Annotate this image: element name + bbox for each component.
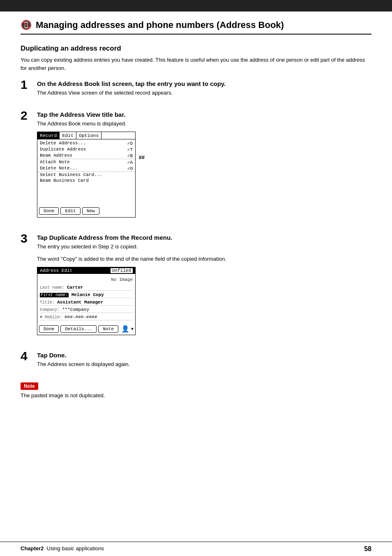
intro-text: You can copy existing address entries yo… <box>21 56 371 72</box>
footer-chapter-text: Chapter2 Using basic applications <box>21 545 104 553</box>
address-note-button[interactable]: Note <box>98 325 118 333</box>
step-2-title: Tap the Address View title bar. <box>37 111 371 118</box>
note-text: The pasted image is not duplicated. <box>21 392 371 398</box>
step-4-desc: The Address screen is displayed again. <box>37 360 371 368</box>
step-2-desc: The Address Book menu is displayed. <box>37 120 371 128</box>
menu-title-bar: Record Edit Options <box>37 132 135 139</box>
first-name-field: First name: Melanie Copy <box>40 292 133 298</box>
person-icon: 👤 <box>121 325 129 333</box>
unfiled-label: Unfiled <box>111 268 133 273</box>
step-2-content: Tap the Address View title bar. The Addr… <box>37 111 371 225</box>
menu-screenshot: Record Edit Options Delete Address... ✓D… <box>37 132 136 218</box>
step-2: 2 Tap the Address View title bar. The Ad… <box>21 111 371 225</box>
new-button[interactable]: New <box>82 207 99 215</box>
page-footer: Chapter2 Using basic applications 58 <box>0 542 392 556</box>
page-title: Managing addresses and phone numbers (Ad… <box>36 20 284 30</box>
top-bar <box>0 0 392 12</box>
address-done-button[interactable]: Done <box>39 325 59 333</box>
step-3: 3 Tap Duplicate Address from the Record … <box>21 234 371 342</box>
step-1-desc: The Address View screen of the selected … <box>37 89 371 97</box>
menu-record: Record <box>37 132 60 139</box>
note-badge: Note <box>21 382 38 390</box>
menu-item-delete-address: Delete Address... ✓D <box>37 140 135 146</box>
step-3-number: 3 <box>21 232 37 245</box>
menu-buttons-row: Done Edit New <box>37 205 135 217</box>
step-3-desc2: The word "Copy" is added to the end of t… <box>37 255 371 263</box>
menu-item-beam-address: Beam Address ✓B <box>37 153 135 159</box>
step-3-title: Tap Duplicate Address from the Record me… <box>37 234 371 241</box>
step-4: 4 Tap Done. The Address screen is displa… <box>21 352 371 373</box>
main-content: 📵 Managing addresses and phone numbers (… <box>0 12 392 423</box>
mobile-field: ▼ Mobile: ###-###-#### <box>40 314 133 320</box>
menu-item-delete-note: Delete Note... ✓O <box>37 165 135 172</box>
address-edit-buttons-row: Done Details... Note 👤 ▼ <box>37 323 135 335</box>
section-heading: Duplicating an address record <box>21 44 371 53</box>
menu-options: Options <box>76 132 101 139</box>
step-4-row: 4 Tap Done. The Address screen is displa… <box>21 352 371 373</box>
menu-edit: Edit <box>60 132 76 139</box>
step-1: 1 On the Address Book list screen, tap t… <box>21 80 371 101</box>
step-3-content: Tap Duplicate Address from the Record me… <box>37 234 371 342</box>
address-edit-screenshot: Address Edit Unfiled No Image Last name:… <box>37 267 136 335</box>
address-edit-title-bar: Address Edit Unfiled <box>37 267 135 274</box>
step-1-number: 1 <box>21 79 37 91</box>
menu-item-beam-biz-card: Beam Business Card <box>37 178 135 183</box>
step-3-desc1: The entry you selected in Step 2 is copi… <box>37 243 371 251</box>
hash-marker: ## <box>139 154 145 160</box>
menu-item-select-biz-card: Select Business Card... <box>37 172 135 178</box>
footer-page-number: 58 <box>364 545 371 553</box>
note-section: Note The pasted image is not duplicated. <box>21 382 371 398</box>
menu-items: Delete Address... ✓D Duplicate Address ✓… <box>37 139 135 205</box>
chapter-bold: Chapter2 <box>21 545 44 551</box>
menu-item-duplicate-address: Duplicate Address ✓T <box>37 146 135 153</box>
address-edit-label: Address Edit <box>40 268 72 273</box>
done-button[interactable]: Done <box>39 207 59 215</box>
step-1-content: On the Address Book list screen, tap the… <box>37 80 371 101</box>
step-1-row: 1 On the Address Book list screen, tap t… <box>21 80 371 101</box>
title-field: Title: Assistant Manager <box>40 299 133 306</box>
step-2-number: 2 <box>21 109 37 122</box>
last-name-field: Last name: Carter <box>40 285 133 291</box>
step-4-title: Tap Done. <box>37 352 371 359</box>
menu-item-attach-note: Attach Note ✓A <box>37 159 135 165</box>
arrow-down-icon: ▼ <box>131 327 134 331</box>
address-details-button[interactable]: Details... <box>60 325 97 333</box>
page-header: 📵 Managing addresses and phone numbers (… <box>21 20 371 35</box>
step-4-number: 4 <box>21 350 37 362</box>
header-icon: 📵 <box>21 20 32 30</box>
address-edit-body: No Image Last name: Carter First name: M… <box>37 274 135 323</box>
no-image-label: No Image <box>40 276 133 282</box>
step-4-content: Tap Done. The Address screen is displaye… <box>37 352 371 373</box>
company-field: Company: ***Company <box>40 307 133 313</box>
step-2-row: 2 Tap the Address View title bar. The Ad… <box>21 111 371 225</box>
step-3-row: 3 Tap Duplicate Address from the Record … <box>21 234 371 342</box>
step-1-title: On the Address Book list screen, tap the… <box>37 80 371 87</box>
edit-button[interactable]: Edit <box>60 207 80 215</box>
